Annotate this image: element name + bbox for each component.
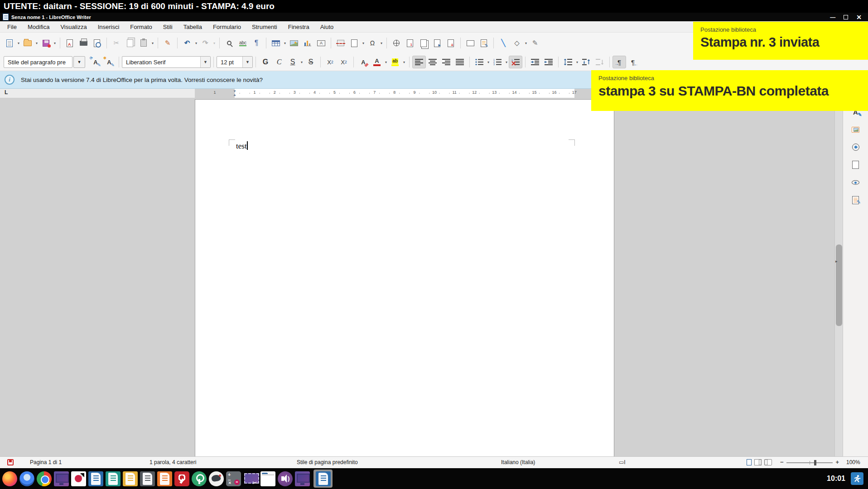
superscript-button[interactable]: X2 (323, 56, 337, 68)
insert-comment-icon[interactable] (463, 37, 477, 49)
italic-button[interactable]: C (272, 56, 286, 68)
cross-reference-icon[interactable] (444, 37, 458, 49)
undo-dropdown[interactable]: ▾ (194, 37, 198, 49)
redo-icon[interactable]: ↷ (198, 37, 212, 49)
align-left-button[interactable] (412, 56, 426, 68)
sidebar-style-inspector-icon[interactable] (850, 177, 861, 187)
taskbar-draw-icon[interactable] (157, 471, 172, 486)
clear-formatting-icon[interactable]: A (357, 56, 370, 68)
redo-dropdown[interactable]: ▾ (212, 37, 217, 49)
align-right-button[interactable] (439, 56, 453, 68)
font-name-dropdown[interactable]: ▼ (200, 57, 210, 67)
menu-file[interactable]: File (7, 24, 17, 30)
subscript-button[interactable]: X2 (337, 56, 351, 68)
taskbar-screenshot-icon[interactable] (243, 471, 258, 486)
increase-paragraph-spacing-icon[interactable] (579, 56, 593, 68)
taskbar-file-manager-icon[interactable] (260, 471, 275, 486)
menu-modifica[interactable]: Modifica (28, 24, 49, 30)
print-preview-icon[interactable] (90, 37, 104, 49)
scrollbar-thumb[interactable] (836, 244, 842, 326)
insert-chart-icon[interactable] (301, 37, 314, 49)
left-to-right-button[interactable]: ¶→ (612, 56, 626, 68)
insert-table-dropdown[interactable]: ▾ (283, 37, 287, 49)
numbered-list-icon[interactable]: 123 (491, 56, 504, 68)
open-icon[interactable] (21, 37, 34, 49)
taskbar-start-center-icon[interactable] (140, 471, 155, 486)
book-view-icon[interactable] (767, 459, 772, 465)
footnote-icon[interactable] (403, 37, 417, 49)
menu-tabella[interactable]: Tabella (183, 24, 202, 30)
menu-stili[interactable]: Stili (163, 24, 173, 30)
menu-inserisci[interactable]: Inserisci (98, 24, 120, 30)
page-break-icon[interactable] (334, 37, 347, 49)
taskbar-active-writer-window[interactable] (313, 470, 333, 488)
taskbar-text-editor-icon[interactable] (71, 471, 86, 486)
justify-button[interactable] (453, 56, 467, 68)
document-text[interactable]: test (236, 141, 248, 151)
taskbar-keepassxc-icon[interactable] (192, 471, 207, 486)
save-icon[interactable] (39, 37, 53, 49)
special-character-icon[interactable]: Ω (366, 37, 379, 49)
basic-shapes-icon[interactable]: ◇ (510, 37, 524, 49)
line-spacing-icon[interactable] (561, 56, 575, 68)
taskbar-calculator-icon[interactable]: = (226, 471, 241, 486)
new-document-dropdown[interactable]: ▾ (16, 37, 21, 49)
menu-aiuto[interactable]: Aiuto (320, 24, 334, 30)
paste-dropdown[interactable]: ▾ (150, 37, 155, 49)
formatting-marks-icon[interactable]: ¶ (250, 37, 263, 49)
paragraph-style-combo[interactable]: Stile del paragrafo pre (4, 56, 72, 68)
status-page-count[interactable]: Pagina 1 di 1 (30, 459, 62, 465)
insert-field-icon[interactable] (347, 37, 361, 49)
underline-button[interactable]: S (286, 56, 299, 68)
cut-icon[interactable]: ✂ (110, 37, 123, 49)
font-color-dropdown[interactable]: ▾ (384, 56, 388, 68)
highlight-color-icon[interactable]: ab (388, 56, 402, 68)
find-replace-icon[interactable] (222, 37, 236, 49)
taskbar-display-settings-icon[interactable] (54, 471, 69, 486)
status-page-style[interactable]: Stile di pagina predefinito (297, 459, 358, 465)
copy-icon[interactable] (123, 37, 137, 49)
menu-visualizza[interactable]: Visualizza (60, 24, 87, 30)
decrease-indent-icon[interactable] (542, 56, 555, 68)
font-size-combo[interactable]: 12 pt ▼ (217, 56, 253, 68)
vertical-scrollbar[interactable]: ▸ (834, 98, 843, 456)
taskbar-firefox-icon[interactable] (2, 471, 17, 486)
taskbar-pdf-reader-icon[interactable] (174, 471, 189, 486)
hyperlink-icon[interactable] (390, 37, 403, 49)
open-dropdown[interactable]: ▾ (34, 37, 39, 49)
undo-icon[interactable]: ↶ (180, 37, 194, 49)
highlight-color-dropdown[interactable]: ▾ (402, 56, 406, 68)
taskbar-writer-icon[interactable] (88, 471, 103, 486)
bookmark-icon[interactable] (430, 37, 444, 49)
strikethrough-button[interactable]: S (304, 56, 318, 68)
line-spacing-dropdown[interactable]: ▾ (575, 56, 579, 68)
insert-field-dropdown[interactable]: ▾ (361, 37, 366, 49)
export-pdf-icon[interactable] (63, 37, 77, 49)
zoom-slider[interactable]: − + (780, 457, 839, 469)
minimize-button[interactable]: — (830, 14, 835, 20)
status-language[interactable]: Italiano (Italia) (501, 459, 535, 465)
clone-formatting-icon[interactable]: ✎ (161, 37, 174, 49)
indent-marker[interactable]: ▼▲ (232, 90, 237, 97)
underline-dropdown[interactable]: ▾ (299, 56, 304, 68)
basic-shapes-dropdown[interactable]: ▾ (524, 37, 528, 49)
menu-finestra[interactable]: Finestra (288, 24, 309, 30)
sidebar-gallery-icon[interactable] (850, 125, 861, 134)
taskbar-display-settings-icon-2[interactable] (295, 471, 310, 486)
save-dropdown[interactable]: ▾ (53, 37, 57, 49)
insert-textbox-icon[interactable]: A (314, 37, 328, 49)
menu-formulario[interactable]: Formulario (213, 24, 241, 30)
document-page[interactable]: test (195, 99, 614, 456)
taskbar-chromium-icon[interactable] (19, 471, 34, 486)
taskbar-impress-icon[interactable] (123, 471, 138, 486)
close-button[interactable]: ✕ (856, 14, 862, 20)
sidebar-page-icon[interactable] (850, 160, 861, 170)
paste-icon[interactable] (137, 37, 150, 49)
zoom-in-button[interactable]: + (835, 459, 839, 465)
document-modified-icon[interactable] (7, 459, 14, 465)
spelling-icon[interactable]: abc (236, 37, 250, 49)
right-to-left-button[interactable]: ¶← (626, 56, 640, 68)
new-document-icon[interactable] (3, 37, 16, 49)
menu-formato[interactable]: Formato (130, 24, 152, 30)
status-word-count[interactable]: 1 parola, 4 caratteri (149, 459, 196, 465)
